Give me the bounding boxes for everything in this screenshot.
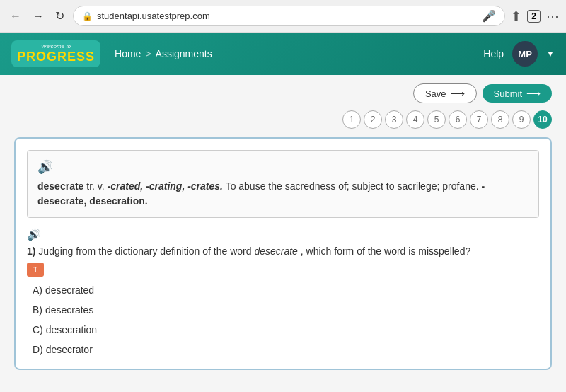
- question-text-after: , which form of the word is misspelled?: [301, 246, 470, 257]
- dict-pos-text: tr. v.: [86, 180, 104, 192]
- page-10[interactable]: 10: [533, 110, 552, 129]
- option-c[interactable]: C) desecration: [33, 322, 539, 338]
- breadcrumb: Home > Assignments: [115, 48, 212, 59]
- page-8[interactable]: 8: [491, 110, 509, 129]
- question-text: 1) Judging from the dictionary definitio…: [27, 246, 539, 257]
- more-icon[interactable]: ⋯: [546, 8, 559, 24]
- logo-area: Welcome to PROGRESS: [11, 40, 100, 67]
- option-a-label: A) desecrated: [33, 284, 94, 296]
- save-label: Save: [425, 88, 446, 99]
- page-9[interactable]: 9: [512, 110, 531, 129]
- share-icon[interactable]: ⬆: [511, 8, 521, 24]
- mic-icon[interactable]: 🎤: [482, 9, 496, 23]
- save-button[interactable]: Save ⟶: [413, 83, 477, 103]
- option-a[interactable]: A) desecrated: [33, 282, 539, 298]
- submit-button[interactable]: Submit ⟶: [483, 84, 552, 103]
- save-arrow-icon: ⟶: [451, 88, 465, 99]
- dict-forms-text: -crated, -crating, -crates.: [108, 180, 223, 192]
- header-right: Help MP ▼: [483, 41, 555, 67]
- option-b-label: B) desecrates: [33, 304, 93, 316]
- dictionary-box: 🔊 desecrate tr. v. -crated, -crating, -c…: [27, 150, 539, 218]
- main-content: Save ⟶ Submit ⟶ 1 2 3 4 5 6 7 8 9 10 🔊 d…: [0, 75, 566, 392]
- dict-definition: To abuse the sacredness of; subject to s…: [226, 180, 479, 192]
- option-c-label: C) desecration: [33, 324, 97, 335]
- question-number: 1): [27, 246, 35, 257]
- option-d[interactable]: D) desecrator: [33, 342, 539, 357]
- logo-badge: Welcome to PROGRESS: [11, 40, 100, 67]
- reload-button[interactable]: ↻: [52, 8, 67, 24]
- toolbar: Save ⟶ Submit ⟶: [14, 83, 552, 103]
- question-italic-word: desecrate: [254, 246, 297, 257]
- page-7[interactable]: 7: [470, 110, 488, 129]
- breadcrumb-current: Assignments: [156, 48, 212, 59]
- page-3[interactable]: 3: [385, 110, 403, 129]
- back-button[interactable]: ←: [7, 8, 24, 24]
- page-6[interactable]: 6: [449, 110, 467, 129]
- translate-icon[interactable]: T: [27, 263, 44, 277]
- submit-arrow-icon: ⟶: [526, 88, 541, 99]
- browser-chrome: ← → ↻ 🔒 studentapi.usatestprep.com 🎤 ⬆ 2…: [0, 0, 566, 33]
- page-2[interactable]: 2: [364, 110, 382, 129]
- app-header: Welcome to PROGRESS Home > Assignments H…: [0, 33, 566, 75]
- option-b[interactable]: B) desecrates: [33, 302, 539, 318]
- help-button[interactable]: Help: [483, 48, 504, 59]
- option-d-label: D) desecrator: [33, 344, 93, 355]
- breadcrumb-separator: >: [145, 48, 151, 59]
- url-bar[interactable]: 🔒 studentapi.usatestprep.com 🎤: [73, 6, 505, 26]
- question-speaker-icon[interactable]: 🔊: [27, 228, 539, 241]
- page-4[interactable]: 4: [406, 110, 424, 129]
- dictionary-speaker-icon[interactable]: 🔊: [37, 159, 529, 175]
- url-text: studentapi.usatestprep.com: [97, 11, 210, 21]
- page-1[interactable]: 1: [342, 110, 361, 129]
- forward-button[interactable]: →: [30, 8, 47, 24]
- submit-label: Submit: [494, 88, 522, 99]
- avatar-dropdown-icon[interactable]: ▼: [546, 49, 555, 59]
- tab-count[interactable]: 2: [527, 10, 541, 23]
- logo-progress: PROGRESS: [17, 50, 95, 64]
- question-text-before: Judging from the dictionary definition o…: [38, 246, 254, 257]
- avatar[interactable]: MP: [512, 41, 538, 67]
- dict-word: desecrate: [37, 180, 83, 192]
- lock-icon: 🔒: [82, 11, 93, 21]
- logo-welcome: Welcome to: [17, 43, 95, 50]
- dictionary-text: desecrate tr. v. -crated, -crating, -cra…: [37, 179, 529, 209]
- breadcrumb-home[interactable]: Home: [115, 48, 141, 59]
- pagination: 1 2 3 4 5 6 7 8 9 10: [14, 110, 552, 129]
- question-card: 🔊 desecrate tr. v. -crated, -crating, -c…: [14, 137, 552, 370]
- answer-options: A) desecrated B) desecrates C) desecrati…: [27, 282, 539, 357]
- page-5[interactable]: 5: [427, 110, 446, 129]
